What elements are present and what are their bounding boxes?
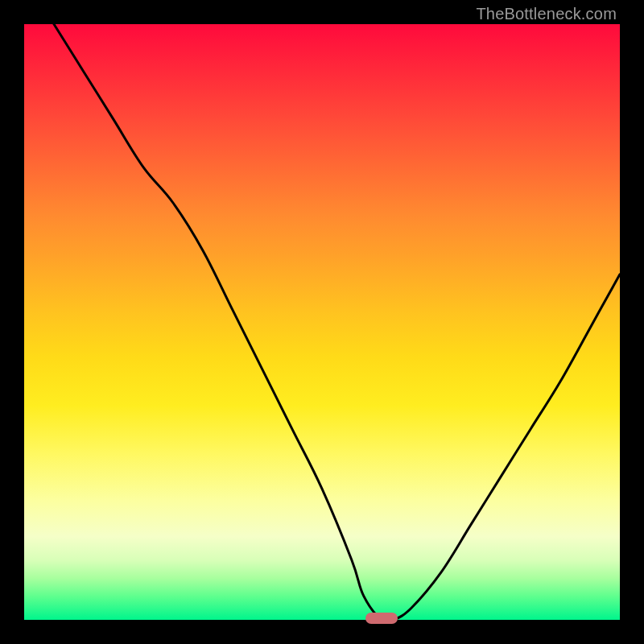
optimum-marker bbox=[365, 613, 398, 624]
watermark-text: TheBottleneck.com bbox=[476, 5, 617, 23]
bottleneck-curve bbox=[24, 24, 620, 620]
chart-frame: TheBottleneck.com bbox=[0, 0, 644, 644]
plot-area bbox=[24, 24, 620, 620]
